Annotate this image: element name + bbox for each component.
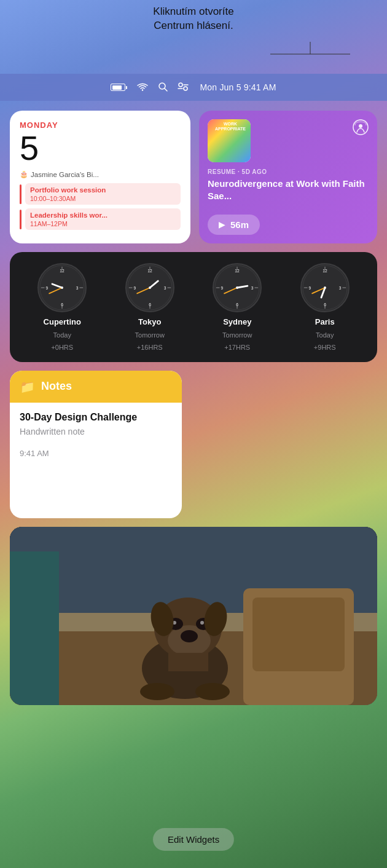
- clock-face-tokyo: 12 3 6 9: [125, 263, 174, 312]
- clock-tokyo: 12 3 6 9 Tokyo Tomorrow +16HRS: [125, 263, 174, 351]
- control-center-icon[interactable]: [178, 82, 189, 93]
- svg-point-73: [200, 621, 204, 625]
- calendar-widget[interactable]: MONDAY 5 🎂 Jasmine Garcia's Bi... Portfo…: [10, 111, 190, 243]
- clock-city-sydney: Sydney: [223, 317, 251, 326]
- notes-header: 📁 Notes: [10, 371, 182, 403]
- notes-content: 30-Day Design Challenge Handwritten note…: [10, 403, 182, 467]
- svg-text:12: 12: [147, 269, 152, 273]
- svg-text:3: 3: [76, 286, 79, 290]
- event-bar-2: [20, 210, 22, 229]
- clock-face-sydney: 12 3 6 9: [213, 263, 262, 312]
- podcast-app-icon: [353, 119, 369, 139]
- menu-bar[interactable]: Mon Jun 5 9:41 AM: [0, 74, 387, 101]
- event-bar-1: [20, 184, 22, 204]
- edit-widgets-button[interactable]: Edit Widgets: [153, 828, 234, 851]
- podcast-resume-label: RESUME · 5D AGO: [208, 168, 369, 175]
- svg-text:6: 6: [236, 302, 238, 307]
- svg-point-58: [324, 286, 326, 289]
- clock-day-cupertino: Today: [53, 331, 71, 339]
- event-title-2: Leadership skills wor...: [30, 211, 176, 220]
- annotation-text: Kliknutím otvoríte Centrum hlásení.: [153, 5, 233, 33]
- notes-folder-icon: 📁: [20, 379, 35, 394]
- svg-rect-65: [10, 551, 59, 705]
- clock-face-cupertino: 12 3 6 9: [37, 263, 87, 312]
- svg-text:9: 9: [46, 286, 49, 290]
- widgets-container: MONDAY 5 🎂 Jasmine Garcia's Bi... Portfo…: [0, 101, 387, 715]
- clock-sydney: 12 3 6 9 Sydney Tomorrow +17HRS: [213, 263, 262, 351]
- top-row-widgets: MONDAY 5 🎂 Jasmine Garcia's Bi... Portfo…: [10, 111, 377, 243]
- annotation-line2: Centrum hlásení.: [154, 20, 233, 31]
- clock-day-sydney: Tomorrow: [222, 331, 252, 339]
- podcast-title: Neurodivergence at Work with Faith Sae..…: [208, 178, 369, 207]
- event-bg-1: Portfolio work session 10:00–10:30AM: [25, 183, 181, 205]
- svg-text:6: 6: [61, 302, 63, 307]
- svg-point-34: [149, 286, 151, 289]
- svg-rect-76: [168, 653, 208, 671]
- annotation-area: Kliknutím otvoríte Centrum hlásení.: [0, 0, 387, 74]
- clock-city-cupertino: Cupertino: [44, 317, 81, 326]
- podcast-artwork-bg: WORK APPROPRIATE: [208, 119, 251, 162]
- svg-point-78: [195, 683, 230, 700]
- calendar-day-number: 5: [20, 131, 181, 165]
- podcast-widget[interactable]: WORK APPROPRIATE RESUME · 5D AGO Neurodi…: [199, 111, 377, 243]
- menu-bar-icons: [111, 82, 189, 93]
- clock-face-paris: 12 3 6 9: [300, 263, 350, 312]
- event-time-2: 11AM–12PM: [30, 220, 176, 227]
- svg-text:9: 9: [133, 286, 136, 290]
- event-time-1: 10:00–10:30AM: [30, 195, 176, 202]
- clock-offset-sydney: +17HRS: [224, 344, 250, 351]
- svg-text:9: 9: [308, 286, 311, 290]
- svg-point-22: [61, 286, 63, 289]
- svg-text:6: 6: [149, 302, 151, 307]
- podcast-header: WORK APPROPRIATE: [208, 119, 369, 162]
- svg-point-46: [236, 286, 238, 289]
- notes-note-time: 9:41 AM: [20, 449, 172, 458]
- podcast-duration: 56m: [230, 219, 249, 230]
- svg-text:12: 12: [60, 269, 65, 273]
- svg-line-4: [165, 89, 167, 91]
- notes-note-subtitle: Handwritten note: [20, 427, 172, 436]
- birthday-text: Jasmine Garcia's Bi...: [31, 171, 99, 178]
- svg-text:3: 3: [164, 286, 166, 290]
- duration-value: 56m: [230, 219, 249, 230]
- svg-text:12: 12: [322, 269, 327, 273]
- svg-rect-64: [252, 598, 345, 671]
- annotation-line1: Kliknutím otvoríte: [153, 6, 233, 17]
- event-title-1: Portfolio work session: [30, 186, 176, 195]
- clock-cupertino: 12 3 6 9 Cupertino Today +0HRS: [37, 263, 87, 351]
- svg-point-69: [181, 630, 198, 642]
- wifi-icon: [137, 82, 148, 93]
- podcast-artwork-label: WORK APPROPRIATE: [210, 122, 251, 131]
- clock-paris: 12 3 6 9 Paris Today +9HRS: [300, 263, 350, 351]
- svg-text:3: 3: [251, 286, 254, 290]
- clock-offset-cupertino: +0HRS: [51, 344, 73, 351]
- calendar-day-name: MONDAY: [20, 120, 181, 130]
- clock-city-paris: Paris: [315, 317, 335, 326]
- svg-text:9: 9: [221, 286, 224, 290]
- podcast-play-button[interactable]: ▶ 56m: [208, 215, 260, 235]
- calendar-event-2: Leadership skills wor... 11AM–12PM: [20, 208, 181, 230]
- photo-widget[interactable]: [10, 527, 377, 705]
- event-bg-2: Leadership skills wor... 11AM–12PM: [25, 208, 181, 230]
- clock-offset-paris: +9HRS: [314, 344, 336, 351]
- svg-point-10: [359, 124, 362, 128]
- svg-point-5: [179, 83, 182, 87]
- calendar-birthday: 🎂 Jasmine Garcia's Bi...: [20, 170, 181, 178]
- svg-point-77: [140, 683, 174, 700]
- birthday-icon: 🎂: [20, 170, 28, 178]
- calendar-event-1: Portfolio work session 10:00–10:30AM: [20, 183, 181, 205]
- notes-header-title: Notes: [41, 380, 72, 393]
- notes-widget[interactable]: 📁 Notes 30-Day Design Challenge Handwrit…: [10, 371, 182, 518]
- menu-bar-datetime: Mon Jun 5 9:41 AM: [200, 82, 276, 92]
- clock-day-tokyo: Tomorrow: [135, 331, 165, 339]
- notes-note-title: 30-Day Design Challenge: [20, 411, 172, 424]
- svg-text:3: 3: [339, 286, 342, 290]
- podcast-artwork: WORK APPROPRIATE: [208, 119, 251, 162]
- dog-photo-svg: [10, 527, 377, 705]
- search-icon[interactable]: [158, 82, 168, 93]
- world-clock-widget[interactable]: 12 3 6 9 Cupertino Today +0HRS: [10, 252, 377, 362]
- svg-text:12: 12: [235, 269, 240, 273]
- svg-text:6: 6: [324, 302, 326, 307]
- play-icon: ▶: [219, 219, 225, 229]
- clock-city-tokyo: Tokyo: [138, 317, 161, 326]
